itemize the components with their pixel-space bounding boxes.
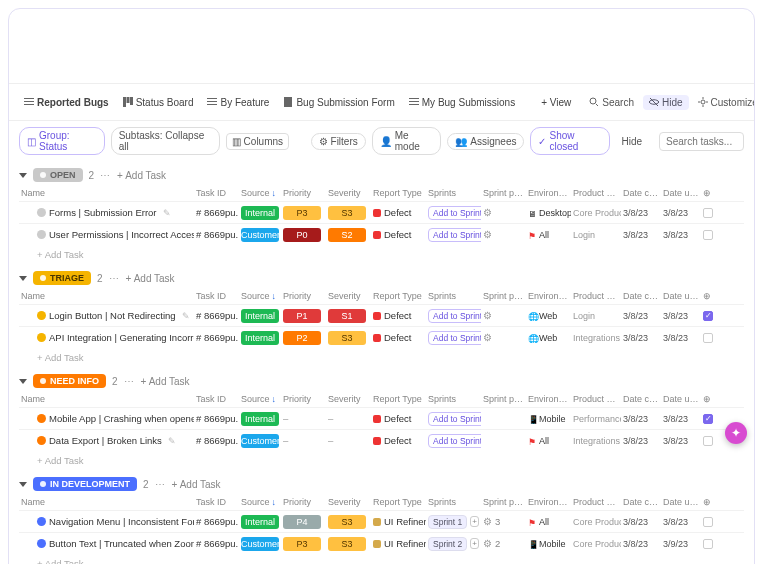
severity-badge[interactable]: S1: [328, 309, 366, 323]
gear-icon[interactable]: ⚙: [483, 229, 492, 240]
source-badge[interactable]: Internal: [241, 206, 279, 220]
chevron-down-icon[interactable]: [19, 173, 27, 178]
col-report-type[interactable]: Report Type: [371, 394, 426, 404]
col-task-id[interactable]: Task ID: [194, 394, 239, 404]
col-add[interactable]: ⊕: [701, 188, 721, 198]
col-feature[interactable]: Product Feature: [571, 497, 621, 507]
col-severity[interactable]: Severity: [326, 394, 371, 404]
add-view[interactable]: + View: [536, 94, 576, 111]
hide-button[interactable]: Hide: [643, 95, 689, 110]
customize-button[interactable]: Customize: [693, 95, 755, 110]
col-report-type[interactable]: Report Type: [371, 291, 426, 301]
source-badge[interactable]: Internal: [241, 309, 279, 323]
priority-badge[interactable]: P1: [283, 309, 321, 323]
show-closed-pill[interactable]: ✓Show closed: [530, 127, 610, 155]
more-icon[interactable]: ⋯: [124, 376, 135, 387]
col-created[interactable]: Date creat...: [621, 291, 661, 301]
status-pill[interactable]: IN DEVELOPMENT: [33, 477, 137, 491]
search-button[interactable]: Search: [584, 95, 639, 110]
col-name[interactable]: Name: [19, 291, 194, 301]
edit-icon[interactable]: ✎: [182, 311, 190, 321]
add-task-link[interactable]: Add Task: [126, 273, 175, 284]
chevron-down-icon[interactable]: [19, 276, 27, 281]
add-task-row[interactable]: Add Task: [19, 348, 744, 367]
col-created[interactable]: Date creat...: [621, 188, 661, 198]
col-sprint-points[interactable]: Sprint poin...: [481, 394, 526, 404]
subtasks-pill[interactable]: Subtasks: Collapse all: [111, 127, 220, 155]
status-pill[interactable]: NEED INFO: [33, 374, 106, 388]
add-task-row[interactable]: Add Task: [19, 451, 744, 470]
edit-icon[interactable]: ✎: [168, 436, 176, 446]
add-to-sprint-button[interactable]: Add to Sprint: [428, 412, 481, 426]
table-row[interactable]: Navigation Menu | Inconsistent Font Si..…: [19, 510, 744, 532]
add-sprint-button[interactable]: +: [470, 516, 479, 527]
row-checkbox[interactable]: [703, 517, 713, 527]
add-task-link[interactable]: Add Task: [172, 479, 221, 490]
row-checkbox[interactable]: [703, 208, 713, 218]
add-to-sprint-button[interactable]: Add to Sprint: [428, 331, 481, 345]
sprint-tag[interactable]: Sprint 1: [428, 515, 467, 529]
col-sprint-points[interactable]: Sprint poin...: [481, 291, 526, 301]
col-severity[interactable]: Severity: [326, 291, 371, 301]
priority-badge[interactable]: P3: [283, 206, 321, 220]
columns-button[interactable]: ▥Columns: [226, 133, 289, 150]
table-row[interactable]: User Permissions | Incorrect Access✎ # 8…: [19, 223, 744, 245]
tab-bug-form[interactable]: Bug Submission Form: [278, 94, 399, 111]
tab-my-submissions[interactable]: My Bug Submissions: [404, 94, 520, 111]
col-add[interactable]: ⊕: [701, 497, 721, 507]
add-task-link[interactable]: Add Task: [141, 376, 190, 387]
severity-badge[interactable]: S2: [328, 228, 366, 242]
tab-reported-bugs[interactable]: Reported Bugs: [19, 94, 114, 111]
col-updated[interactable]: Date upda...: [661, 394, 701, 404]
col-name[interactable]: Name: [19, 394, 194, 404]
col-sprint-points[interactable]: Sprint poin...: [481, 188, 526, 198]
col-sprints[interactable]: Sprints: [426, 291, 481, 301]
col-feature[interactable]: Product Feature: [571, 394, 621, 404]
status-pill[interactable]: TRIAGE: [33, 271, 91, 285]
col-task-id[interactable]: Task ID: [194, 291, 239, 301]
col-environment[interactable]: Environment: [526, 497, 571, 507]
search-input[interactable]: [659, 132, 744, 151]
me-mode-pill[interactable]: 👤Me mode: [372, 127, 442, 155]
col-created[interactable]: Date creat...: [621, 394, 661, 404]
col-task-id[interactable]: Task ID: [194, 497, 239, 507]
add-sprint-button[interactable]: +: [470, 538, 479, 549]
row-checkbox[interactable]: [703, 311, 713, 321]
table-row[interactable]: Mobile App | Crashing when opened✎ # 866…: [19, 407, 744, 429]
table-row[interactable]: API Integration | Generating Incorrect .…: [19, 326, 744, 348]
gear-icon[interactable]: ⚙: [483, 310, 492, 321]
col-source[interactable]: Source↓: [239, 188, 281, 198]
source-badge[interactable]: Internal: [241, 412, 279, 426]
col-source[interactable]: Source↓: [239, 497, 281, 507]
filters-pill[interactable]: ⚙Filters: [311, 133, 366, 150]
col-name[interactable]: Name: [19, 497, 194, 507]
gear-icon[interactable]: ⚙: [483, 332, 492, 343]
col-sprints[interactable]: Sprints: [426, 497, 481, 507]
gear-icon[interactable]: ⚙: [483, 207, 492, 218]
add-to-sprint-button[interactable]: Add to Sprint: [428, 228, 481, 242]
severity-badge[interactable]: S3: [328, 206, 366, 220]
table-row[interactable]: Login Button | Not Redirecting✎ # 8669pu…: [19, 304, 744, 326]
col-environment[interactable]: Environment: [526, 394, 571, 404]
severity-badge[interactable]: S3: [328, 537, 366, 551]
add-to-sprint-button[interactable]: Add to Sprint: [428, 309, 481, 323]
tab-status-board[interactable]: Status Board: [118, 94, 199, 111]
source-badge[interactable]: Customer: [241, 228, 279, 242]
col-report-type[interactable]: Report Type: [371, 188, 426, 198]
col-environment[interactable]: Environment: [526, 188, 571, 198]
col-report-type[interactable]: Report Type: [371, 497, 426, 507]
row-checkbox[interactable]: [703, 539, 713, 549]
priority-badge[interactable]: P2: [283, 331, 321, 345]
col-priority[interactable]: Priority: [281, 291, 326, 301]
chevron-down-icon[interactable]: [19, 482, 27, 487]
severity-badge[interactable]: S3: [328, 515, 366, 529]
priority-badge[interactable]: P3: [283, 537, 321, 551]
hide-filters[interactable]: Hide: [616, 134, 647, 149]
more-icon[interactable]: ⋯: [100, 170, 111, 181]
tab-by-feature[interactable]: By Feature: [202, 94, 274, 111]
group-pill[interactable]: ◫Group: Status: [19, 127, 105, 155]
add-to-sprint-button[interactable]: Add to Sprint: [428, 206, 481, 220]
table-row[interactable]: Button Text | Truncated when Zoomed...✎ …: [19, 532, 744, 554]
source-badge[interactable]: Internal: [241, 331, 279, 345]
table-row[interactable]: Data Export | Broken Links✎ # 8669pu... …: [19, 429, 744, 451]
